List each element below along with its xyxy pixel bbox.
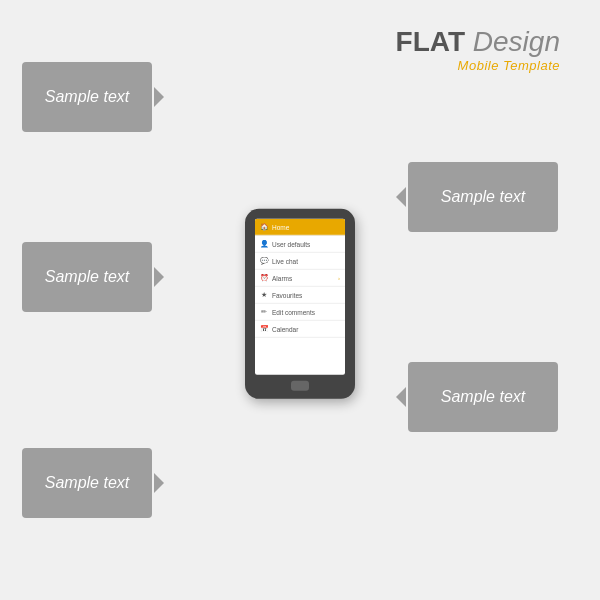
menu-label-user-defaults: User defaults bbox=[272, 240, 340, 247]
phone-home-button[interactable] bbox=[291, 381, 309, 391]
menu-item-favourites[interactable]: ★ Favourites bbox=[255, 287, 345, 304]
menu-item-live-chat[interactable]: 💬 Live chat bbox=[255, 253, 345, 270]
menu-label-alarms: Alarms bbox=[272, 274, 334, 281]
bubble-bottom-right: Sample text bbox=[408, 362, 558, 432]
bubble-top-right-text: Sample text bbox=[441, 188, 525, 206]
phone-screen: 🏠 Home 👤 User defaults 💬 Live chat ⏰ Ala… bbox=[255, 219, 345, 375]
title-flat: FLAT bbox=[396, 26, 465, 57]
home-icon: 🏠 bbox=[260, 223, 268, 231]
menu-item-home[interactable]: 🏠 Home bbox=[255, 219, 345, 236]
bubble-top-right: Sample text bbox=[408, 162, 558, 232]
menu-label-home: Home bbox=[272, 223, 340, 230]
bubble-top-left: Sample text bbox=[22, 62, 152, 132]
bubble-bottom-left: Sample text bbox=[22, 448, 152, 518]
user-icon: 👤 bbox=[260, 240, 268, 248]
menu-item-calendar[interactable]: 📅 Calendar bbox=[255, 321, 345, 338]
menu-label-favourites: Favourites bbox=[272, 291, 340, 298]
bubble-middle-left: Sample text bbox=[22, 242, 152, 312]
phone-device: 🏠 Home 👤 User defaults 💬 Live chat ⏰ Ala… bbox=[245, 209, 355, 399]
menu-item-user-defaults[interactable]: 👤 User defaults bbox=[255, 236, 345, 253]
menu-label-live-chat: Live chat bbox=[272, 257, 340, 264]
menu-label-calendar: Calendar bbox=[272, 325, 340, 332]
menu-item-alarms[interactable]: ⏰ Alarms › bbox=[255, 270, 345, 287]
bubble-middle-left-text: Sample text bbox=[45, 268, 129, 286]
chevron-right-icon: › bbox=[338, 275, 340, 281]
bubble-bottom-left-text: Sample text bbox=[45, 474, 129, 492]
alarm-icon: ⏰ bbox=[260, 274, 268, 282]
edit-icon: ✏ bbox=[260, 308, 268, 316]
star-icon: ★ bbox=[260, 291, 268, 299]
title-design: Design bbox=[473, 26, 560, 57]
bubble-bottom-right-text: Sample text bbox=[441, 388, 525, 406]
bubble-top-left-text: Sample text bbox=[45, 88, 129, 106]
calendar-icon: 📅 bbox=[260, 325, 268, 333]
chat-icon: 💬 bbox=[260, 257, 268, 265]
title-subtitle: Mobile Template bbox=[396, 58, 560, 73]
title-area: FLAT Design Mobile Template bbox=[396, 28, 560, 73]
menu-label-edit-comments: Edit comments bbox=[272, 308, 340, 315]
menu-item-edit-comments[interactable]: ✏ Edit comments bbox=[255, 304, 345, 321]
